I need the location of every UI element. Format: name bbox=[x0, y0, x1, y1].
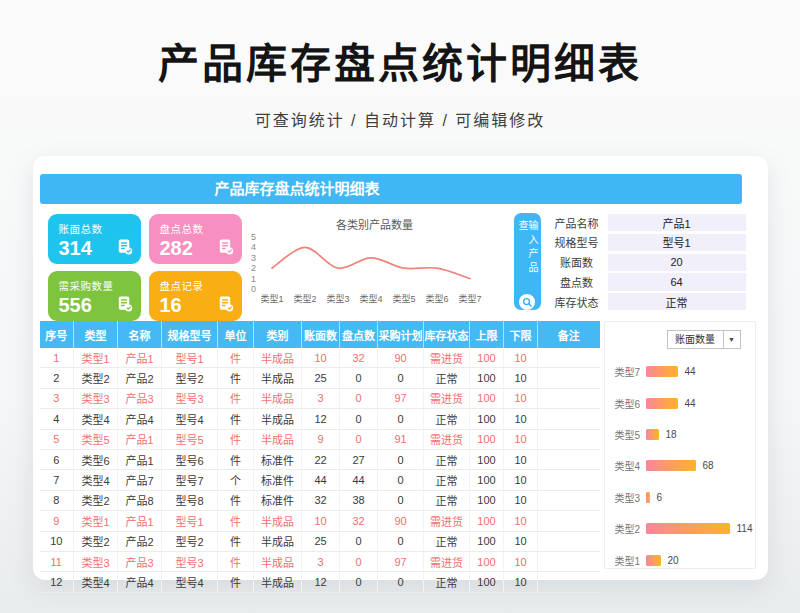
page-subtitle: 可查询统计 / 自动计算 / 可编辑修改 bbox=[0, 107, 800, 131]
table-cell: 产品1 bbox=[118, 429, 162, 449]
table-cell: 类型2 bbox=[74, 368, 118, 388]
query-result-table: 产品名称 产品1规格型号 型号1账面数 20盘点数 64库存状态 正常 bbox=[548, 213, 746, 314]
bar bbox=[646, 398, 678, 409]
query-tab-label: 输入产品查 bbox=[517, 220, 537, 289]
table-cell: 3 bbox=[302, 551, 340, 571]
table-cell: 90 bbox=[378, 348, 424, 368]
query-row: 盘点数 64 bbox=[548, 273, 746, 290]
chevron-down-icon[interactable]: ▼ bbox=[723, 331, 740, 348]
table-cell: 100 bbox=[470, 572, 504, 592]
clipboard-check-icon bbox=[216, 237, 235, 256]
table-cell: 需进货 bbox=[424, 551, 470, 571]
table-cell: 0 bbox=[378, 449, 424, 469]
table-cell: 型号4 bbox=[162, 572, 218, 592]
svg-text:类型7: 类型7 bbox=[458, 293, 481, 304]
table-cell: 10 bbox=[504, 490, 538, 510]
table-cell bbox=[538, 368, 600, 388]
table-cell: 类型1 bbox=[74, 348, 118, 368]
table-cell: 需进货 bbox=[424, 429, 470, 449]
table-cell: 0 bbox=[340, 572, 378, 592]
table-cell: 型号5 bbox=[162, 429, 218, 449]
query-tab[interactable]: 输入产品查 bbox=[514, 213, 541, 310]
table-cell: 100 bbox=[470, 490, 504, 510]
bar-label: 类型2 bbox=[615, 521, 646, 536]
table-cell: 个 bbox=[218, 470, 254, 490]
clipboard-check-icon bbox=[115, 294, 134, 313]
table-cell: 件 bbox=[218, 409, 254, 429]
inventory-table: 序号类型名称规格型号单位类别账面数盘点数采购计划库存状态上限下限备注 1类型1产… bbox=[40, 321, 600, 593]
table-header-row: 序号类型名称规格型号单位类别账面数盘点数采购计划库存状态上限下限备注 bbox=[40, 321, 600, 348]
table-cell: 标准件 bbox=[254, 449, 302, 469]
table-cell bbox=[538, 388, 600, 408]
table-cell: 类型2 bbox=[74, 490, 118, 510]
magnifier-icon[interactable] bbox=[519, 294, 535, 310]
table-cell: 10 bbox=[504, 388, 538, 408]
table-cell: 型号2 bbox=[162, 368, 218, 388]
top-section: 账面总数 314 盘点总数 282 需采购数量 556 盘点记录 16 各类别产… bbox=[40, 213, 768, 314]
table-cell: 0 bbox=[378, 572, 424, 592]
table-cell: 97 bbox=[378, 551, 424, 571]
table-cell: 7 bbox=[40, 470, 74, 490]
bar-value: 18 bbox=[666, 429, 677, 440]
table-cell: 型号3 bbox=[162, 551, 218, 571]
table-cell bbox=[538, 572, 600, 592]
bar-chart: 类型7 44 类型6 44 类型5 18 类型4 68 类型3 6 类型2 11… bbox=[615, 356, 749, 576]
table-cell: 件 bbox=[218, 348, 254, 368]
table-cell: 10 bbox=[40, 531, 74, 551]
table-cell: 8 bbox=[40, 490, 74, 510]
svg-text:4: 4 bbox=[250, 242, 255, 252]
table-cell: 半成品 bbox=[254, 409, 302, 429]
query-row-value: 型号1 bbox=[608, 234, 746, 251]
query-row: 规格型号 型号1 bbox=[548, 234, 746, 251]
svg-text:类型6: 类型6 bbox=[425, 293, 448, 304]
svg-text:类型4: 类型4 bbox=[359, 293, 382, 304]
table-cell: 0 bbox=[340, 409, 378, 429]
stat-label: 账面总数 bbox=[59, 221, 135, 236]
table-cell: 3 bbox=[302, 388, 340, 408]
table-cell: 1 bbox=[40, 348, 74, 368]
table-cell: 类型4 bbox=[74, 470, 118, 490]
bar bbox=[646, 555, 661, 566]
table-cell: 件 bbox=[218, 531, 254, 551]
bar-label: 类型6 bbox=[615, 396, 646, 411]
bar-value: 44 bbox=[685, 366, 696, 377]
metric-dropdown-value: 账面数量 bbox=[668, 331, 723, 348]
table-row: 9类型1产品1型号1件半成品103290需进货10010 bbox=[40, 511, 600, 531]
bar-row: 类型2 114 bbox=[615, 513, 749, 544]
table-cell: 正常 bbox=[424, 490, 470, 510]
table-cell: 12 bbox=[40, 572, 74, 592]
table-cell: 10 bbox=[504, 531, 538, 551]
table-cell bbox=[538, 511, 600, 531]
table-header-cell: 单位 bbox=[218, 321, 254, 348]
table-cell: 正常 bbox=[424, 470, 470, 490]
table-cell: 型号6 bbox=[162, 449, 218, 469]
table-cell: 10 bbox=[504, 449, 538, 469]
table-cell: 产品8 bbox=[118, 490, 162, 510]
bar-row: 类型5 18 bbox=[615, 419, 749, 450]
bar-row: 类型6 44 bbox=[615, 387, 749, 418]
table-cell bbox=[538, 470, 600, 490]
bar-value: 68 bbox=[703, 460, 714, 471]
bar bbox=[646, 492, 650, 503]
table-cell: 半成品 bbox=[254, 388, 302, 408]
table-cell: 需进货 bbox=[424, 388, 470, 408]
table-cell: 100 bbox=[470, 368, 504, 388]
table-cell: 正常 bbox=[424, 572, 470, 592]
bar-row: 类型1 20 bbox=[615, 544, 749, 575]
table-cell: 半成品 bbox=[254, 531, 302, 551]
table-cell: 22 bbox=[302, 449, 340, 469]
table-cell: 半成品 bbox=[254, 572, 302, 592]
query-row-value[interactable]: 产品1 bbox=[608, 214, 746, 231]
stat-label: 盘点记录 bbox=[160, 278, 236, 293]
table-cell: 正常 bbox=[424, 409, 470, 429]
table-row: 2类型2产品2型号2件半成品2500正常10010 bbox=[40, 368, 600, 388]
table-cell: 产品3 bbox=[118, 388, 162, 408]
clipboard-check-icon bbox=[115, 237, 134, 256]
metric-dropdown[interactable]: 账面数量 ▼ bbox=[667, 330, 741, 349]
table-cell: 件 bbox=[218, 388, 254, 408]
table-cell: 产品1 bbox=[118, 511, 162, 531]
table-cell: 100 bbox=[470, 429, 504, 449]
table-row: 5类型5产品1型号5件半成品9091需进货10010 bbox=[40, 429, 600, 449]
stat-card: 需采购数量 556 bbox=[48, 271, 141, 321]
table-cell: 类型2 bbox=[74, 531, 118, 551]
